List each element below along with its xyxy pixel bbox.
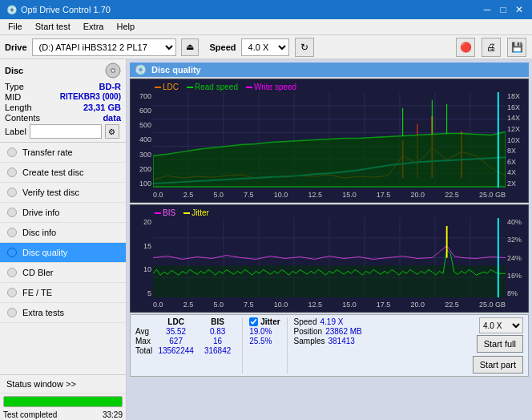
svg-marker-22 [153,132,506,187]
speed-stat-label: Speed [294,317,317,326]
speed-position-col: Speed 4.19 X Position 23862 MB Samples 3… [294,317,362,345]
legend-read-speed: Read speed [187,83,238,91]
sidebar-item-disc-info[interactable]: Disc info [0,223,126,243]
toolbar-btn-2[interactable]: 🖨 [482,38,501,57]
close-button[interactable]: ✕ [513,3,526,16]
jitter-checkbox-row: Jitter [249,317,280,326]
start-full-button[interactable]: Start full [477,335,523,353]
top-chart-legend: LDC Read speed Write speed [155,83,296,91]
length-value: 23,31 GB [83,103,121,112]
menu-file[interactable]: File [5,21,26,33]
top-chart-y-axis-left: 700 600 500 400 300 200 100 [131,92,153,188]
stats-divider-2 [287,317,288,374]
jitter-col: Jitter 19.0% 25.5% [249,317,280,345]
bottom-chart-y-axis-left: 20 15 10 5 [131,218,153,297]
sidebar-item-transfer-rate[interactable]: Transfer rate [0,143,126,163]
disc-title: Disc [5,66,23,75]
bottom-chart: BIS Jitter [130,204,529,313]
ldc-header: LDC [167,317,184,326]
menu-bar: File Start test Extra Help [0,19,532,35]
extra-tests-icon [6,307,18,318]
sidebar-item-extra-tests[interactable]: Extra tests [0,303,126,323]
disc-quality-header-icon: 💿 [135,64,147,75]
menu-help[interactable]: Help [113,21,138,33]
drive-bar: Drive (D:) ATAPI iHBS312 2 PL17 ⏏ Speed … [0,35,532,59]
label-input[interactable] [30,124,102,139]
type-label: Type [5,82,24,91]
label-edit-button[interactable]: ⚙ [105,124,119,139]
sidebar-item-disc-quality[interactable]: Disc quality [0,243,126,263]
samples-label: Samples [294,337,325,345]
maximize-button[interactable]: □ [497,3,510,16]
svg-point-2 [112,70,115,72]
app-title: 💿 Opti Drive Control 1.70 [6,5,111,15]
legend-ldc: LDC [155,83,179,91]
position-row: Position 23862 MB [294,327,362,336]
sidebar-item-cd-bler[interactable]: CD Bler [0,263,126,283]
stats-row: X Avg Max Total LDC 35.52 627 13562244 B… [130,314,529,377]
samples-row: Samples 381413 [294,337,362,345]
disc-quality-header: 💿 Disc quality [130,63,529,77]
menu-start-test[interactable]: Start test [32,21,74,33]
sidebar-item-verify-test-disc[interactable]: Verify test disc [0,183,126,203]
avg-ldc: 35.52 [166,327,186,336]
mid-label: MID [5,92,21,102]
verify-test-disc-icon [6,187,18,198]
status-window-label: Status window >> [6,379,76,389]
sidebar-item-fe-te[interactable]: FE / TE [0,283,126,303]
length-label: Length [5,103,32,112]
total-bis: 316842 [204,346,231,355]
drive-info-icon [6,207,18,218]
ldc-col: LDC 35.52 627 13562244 [154,317,198,355]
jitter-header: Jitter [260,317,280,326]
disc-panel: Disc Type BD-R MID RITEKBR3 (000) Lengt [0,59,126,143]
max-label: Max [135,337,152,345]
bottom-chart-x-axis: 0.0 2.5 5.0 7.5 10.0 12.5 15.0 17.5 20.0… [153,297,506,312]
max-bis: 16 [213,337,222,345]
bis-color [155,212,161,214]
stats-divider-1 [242,317,243,374]
start-part-button[interactable]: Start part [473,356,523,374]
menu-extra[interactable]: Extra [80,21,107,33]
status-window-button[interactable]: Status window >> [0,375,126,394]
ldc-color [155,87,161,88]
stats-row-labels: X Avg Max Total [135,317,152,355]
write-speed-color [246,87,252,88]
speed-select[interactable]: 4.0 X [241,38,289,56]
sidebar-item-drive-info[interactable]: Drive info [0,203,126,223]
total-ldc: 13562244 [158,346,194,355]
drive-select[interactable]: (D:) ATAPI iHBS312 2 PL17 [32,38,176,56]
elapsed-time: 33:29 [103,410,123,419]
sidebar-item-create-test-disc[interactable]: Create test disc [0,163,126,183]
avg-bis: 0.83 [210,327,225,336]
samples-value: 381413 [328,337,354,345]
speed-stat-value: 4.19 X [320,317,344,326]
app-icon: 💿 [6,5,18,15]
toolbar-btn-3[interactable]: 💾 [507,38,526,57]
speed-action-select[interactable]: 4.0 X [479,317,523,333]
refresh-button[interactable]: ↻ [295,38,314,57]
label-label: Label [5,127,26,136]
fe-te-icon [6,287,18,298]
toolbar-btn-1[interactable]: 🔴 [456,38,475,57]
legend-jitter: Jitter [183,208,209,217]
main-layout: Disc Type BD-R MID RITEKBR3 (000) Lengt [0,59,532,420]
transfer-rate-icon [6,147,18,158]
window-controls: ─ □ ✕ [481,3,526,16]
disc-quality-panel: 💿 Disc quality LDC Read speed [127,59,532,420]
bottom-chart-y-axis-right: 40% 32% 24% 16% 8% [506,218,528,297]
svg-rect-39 [153,265,506,297]
top-chart-y-axis-right: 18X 16X 14X 12X 10X 8X 6X 4X 2X [506,92,528,188]
sidebar-bottom: Status window >> Test completed 33:29 [0,374,126,420]
jitter-checkbox[interactable] [249,317,258,326]
legend-write-speed: Write speed [246,83,296,91]
progress-bar-container [3,396,123,407]
position-value: 23862 MB [325,327,362,336]
eject-button[interactable]: ⏏ [181,38,199,56]
legend-bis: BIS [155,208,175,217]
disc-quality-icon [6,247,18,258]
disc-info-icon [6,227,18,238]
minimize-button[interactable]: ─ [481,3,494,16]
speed-label: Speed [210,42,236,52]
bis-col: BIS 0.83 16 316842 [200,317,236,355]
